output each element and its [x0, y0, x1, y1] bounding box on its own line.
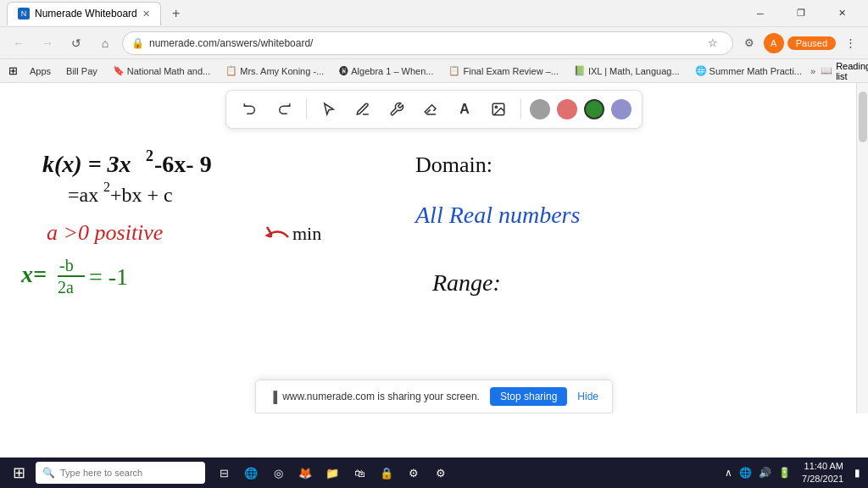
store-button[interactable]: 🛍: [348, 461, 371, 485]
bookmark-amy[interactable]: 📋Mrs. Amy Koning -...: [219, 64, 331, 78]
battery-icon[interactable]: 🔋: [776, 467, 793, 479]
settings-button[interactable]: ⚙: [429, 461, 453, 485]
tools-button[interactable]: [383, 96, 410, 123]
color-pink[interactable]: [557, 99, 577, 119]
paused-label: Paused: [796, 38, 827, 48]
text-button[interactable]: A: [451, 96, 478, 123]
taskbar-pinned-icons: ⊟ 🌐 ◎ 🦊 📁 🛍 🔒 ⚙ ⚙: [212, 461, 453, 485]
forward-button[interactable]: →: [36, 31, 59, 55]
image-button[interactable]: [485, 96, 512, 123]
color-gray[interactable]: [530, 99, 550, 119]
reading-list[interactable]: 📖Reading list: [821, 61, 868, 81]
clock-time: 11:40 AM: [802, 460, 843, 473]
share-bar-icon: ▐: [270, 391, 277, 403]
svg-text:-b: -b: [59, 256, 74, 274]
search-icon: 🔍: [42, 467, 55, 479]
taskbar-right: ∧ 🌐 🔊 🔋 11:40 AM 7/28/2021 ▮: [722, 460, 863, 486]
explorer-button[interactable]: 📁: [320, 461, 344, 485]
svg-point-1: [495, 106, 497, 108]
edge-button[interactable]: ◎: [266, 461, 290, 485]
eraser-button[interactable]: [417, 96, 444, 123]
browser-icons: ⚙ A Paused ⋮: [738, 32, 861, 54]
taskbar-clock[interactable]: 11:40 AM 7/28/2021: [797, 460, 849, 486]
bookmark-ixl[interactable]: 📗IXL | Math, Languag...: [567, 64, 687, 78]
title-bar: N Numerade Whiteboard ✕ + ─ ❐ ✕: [0, 0, 868, 27]
chrome-button[interactable]: 🌐: [239, 461, 263, 485]
star-icon[interactable]: ☆: [702, 32, 724, 54]
tab-title: Numerade Whiteboard: [35, 8, 137, 19]
svg-text:-6x- 9: -6x- 9: [154, 151, 212, 177]
active-tab[interactable]: N Numerade Whiteboard ✕: [7, 2, 161, 25]
whiteboard-toolbar: A: [225, 90, 643, 129]
tab-area: N Numerade Whiteboard ✕ +: [7, 2, 188, 25]
svg-text:= -1: = -1: [89, 263, 128, 290]
svg-text:=ax: =ax: [68, 184, 98, 206]
screen-share-message: www.numerade.com is sharing your screen.: [282, 391, 480, 402]
svg-text:a >0 positive: a >0 positive: [47, 220, 163, 245]
start-button[interactable]: ⊞: [5, 459, 32, 486]
scrollbar-thumb[interactable]: [859, 92, 867, 142]
svg-text:x=: x=: [20, 261, 47, 287]
pen-button[interactable]: [349, 96, 376, 123]
select-button[interactable]: [315, 96, 342, 123]
taskbar-search-bar[interactable]: 🔍: [36, 462, 205, 484]
color-purple[interactable]: [611, 99, 632, 119]
paused-button[interactable]: Paused: [787, 36, 836, 50]
stop-sharing-button[interactable]: Stop sharing: [490, 387, 567, 406]
bookmarks-bar: ⊞ Apps Bill Pay 🔖National Math and... 📋M…: [0, 59, 868, 83]
extensions-icon[interactable]: ⚙: [738, 32, 760, 54]
redo-button[interactable]: [270, 96, 298, 123]
app7-button[interactable]: ⚙: [402, 461, 426, 485]
back-button[interactable]: ←: [7, 31, 31, 55]
tray-chevron[interactable]: ∧: [722, 467, 735, 479]
separator-1: [306, 99, 307, 119]
apps-grid-icon: ⊞: [8, 64, 18, 77]
restore-button[interactable]: ❐: [782, 0, 821, 27]
hide-button[interactable]: Hide: [577, 391, 598, 402]
address-bar[interactable]: 🔒 numerade.com/answers/whiteboard/ ☆: [122, 31, 733, 55]
tab-favicon: N: [18, 8, 30, 19]
svg-text:min: min: [292, 223, 321, 244]
url-text: numerade.com/answers/whiteboard/: [149, 37, 697, 49]
svg-text:+bx + c: +bx + c: [110, 184, 173, 206]
svg-text:2a: 2a: [58, 278, 74, 297]
taskbar: ⊞ 🔍 ⊟ 🌐 ◎ 🦊 📁 🛍 🔒 ⚙ ⚙ ∧ 🌐 🔊 🔋 11:40 AM 7…: [0, 458, 868, 488]
refresh-button[interactable]: ↺: [64, 31, 88, 55]
bookmark-natmath[interactable]: 🔖National Math and...: [106, 64, 217, 78]
color-green[interactable]: [584, 99, 604, 119]
scrollbar[interactable]: [856, 83, 868, 413]
lock-app-button[interactable]: 🔒: [375, 461, 398, 485]
separator-2: [520, 99, 521, 119]
show-desktop-button[interactable]: ▮: [852, 467, 863, 479]
close-button[interactable]: ✕: [822, 0, 861, 27]
tab-close-btn[interactable]: ✕: [142, 8, 150, 19]
bookmark-billpay[interactable]: Bill Pay: [59, 64, 104, 78]
new-tab-button[interactable]: +: [164, 2, 188, 25]
svg-text:All Real numbers: All Real numbers: [414, 202, 581, 228]
svg-text:Range:: Range:: [431, 269, 501, 296]
bookmarks-more[interactable]: »: [810, 66, 815, 76]
svg-text:2: 2: [103, 180, 110, 194]
bookmark-summer[interactable]: 🌐Summer Math Practi...: [688, 64, 809, 78]
search-input[interactable]: [60, 468, 179, 478]
volume-icon[interactable]: 🔊: [756, 467, 774, 479]
minimize-button[interactable]: ─: [741, 0, 780, 27]
screen-share-banner: ▐ www.numerade.com is sharing your scree…: [255, 380, 613, 413]
svg-text:k(x) = 3x: k(x) = 3x: [42, 151, 131, 177]
bookmark-final-exam[interactable]: 📋Final Exam Review –...: [442, 64, 565, 78]
share-indicator: ▐ www.numerade.com is sharing your scree…: [270, 391, 480, 403]
network-icon[interactable]: 🌐: [737, 467, 754, 479]
whiteboard-area: A k(x) = 3x 2 -6x- 9 =ax 2 +bx + c a >0 …: [0, 83, 868, 413]
bookmark-apps[interactable]: Apps: [23, 64, 58, 78]
task-view-button[interactable]: ⊟: [212, 461, 236, 485]
menu-icon[interactable]: ⋮: [839, 32, 861, 54]
undo-button[interactable]: [236, 96, 264, 123]
bookmark-algebra[interactable]: 🅦Algebra 1 – When...: [332, 64, 440, 78]
home-button[interactable]: ⌂: [93, 31, 117, 55]
firefox-button[interactable]: 🦊: [293, 461, 317, 485]
clock-date: 7/28/2021: [802, 473, 843, 485]
whiteboard-content: k(x) = 3x 2 -6x- 9 =ax 2 +bx + c a >0 po…: [0, 125, 868, 413]
svg-text:Domain:: Domain:: [415, 152, 492, 177]
nav-bar: ← → ↺ ⌂ 🔒 numerade.com/answers/whiteboar…: [0, 27, 868, 59]
profile-icon[interactable]: A: [764, 33, 784, 53]
